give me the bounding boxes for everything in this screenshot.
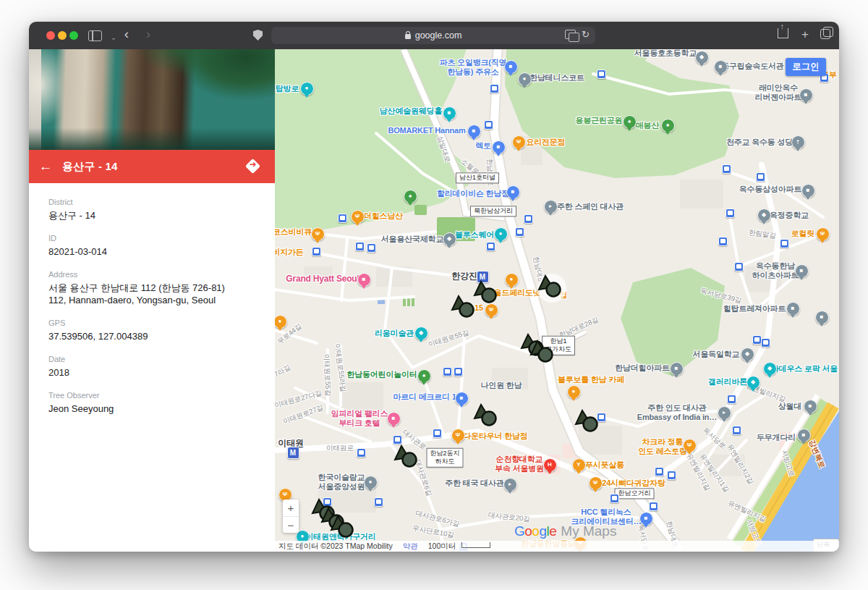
tree-marker-icon[interactable] <box>330 515 356 539</box>
bus-stop-icon[interactable] <box>524 214 533 224</box>
map-label[interactable]: 주한 스페인 대사관 <box>557 202 624 211</box>
poi-pin-apt-icon[interactable]: ■ <box>799 88 813 102</box>
bus-stop-icon[interactable] <box>490 84 499 93</box>
tree-marker-icon[interactable] <box>574 409 600 434</box>
map-label[interactable]: 응봉근린공원 <box>576 116 623 125</box>
poi-pin-dot-icon[interactable]: ● <box>518 72 532 86</box>
bus-stop-icon[interactable] <box>732 426 741 435</box>
poi-pin-tree-icon[interactable]: ♠ <box>417 369 431 383</box>
map-label[interactable]: 렉토 <box>475 141 491 151</box>
poi-pin-apt-icon[interactable]: ■ <box>804 400 817 413</box>
poi-pin-cafe-icon[interactable]: ● <box>505 273 519 287</box>
poi-pin-apt-icon[interactable]: ■ <box>815 311 829 324</box>
poi-pin-shop-icon[interactable]: ■ <box>797 429 811 442</box>
bus-stop-icon[interactable] <box>312 247 321 256</box>
map-label[interactable]: 천주교 옥수동 성당 <box>726 138 793 147</box>
bus-stop-icon[interactable] <box>338 214 347 223</box>
forward-icon[interactable]: › <box>140 26 156 42</box>
map-label[interactable]: 임피리얼 팰리스 부티크 호텔 <box>331 409 388 428</box>
poi-pin-hosp-icon[interactable]: H <box>543 458 557 472</box>
map-label[interactable]: Grand Hyatt Seoul <box>286 274 359 284</box>
map-label[interactable]: 파츠 오일뱅크(직영 한남동) 주유소 <box>440 58 507 77</box>
bus-stop-icon[interactable] <box>734 262 744 271</box>
bus-stop-icon[interactable] <box>374 497 383 507</box>
map-label[interactable]: 매봉산 <box>636 121 659 130</box>
share-icon[interactable] <box>778 28 788 38</box>
poi-pin-tree-icon[interactable]: ♠ <box>404 190 417 203</box>
poi-pin-dot-icon[interactable]: ● <box>494 227 508 241</box>
poi-pin-cafe-icon[interactable]: ● <box>567 385 581 399</box>
map-label[interactable]: 한강진 <box>451 271 477 281</box>
poi-pin-apt-icon[interactable]: ■ <box>795 264 809 278</box>
poi-pin-food-icon[interactable]: Ψ <box>683 439 697 452</box>
back-arrow-icon[interactable]: ← <box>29 159 62 174</box>
bus-stop-icon[interactable] <box>756 172 765 182</box>
poi-pin-emb-icon[interactable]: ▸ <box>718 406 731 420</box>
bus-stop-icon[interactable] <box>726 208 735 218</box>
bus-stop-icon[interactable] <box>443 367 452 376</box>
map-label[interactable]: 남산예술원웨딩홀 <box>380 106 442 116</box>
tree-marker-icon[interactable] <box>393 444 420 469</box>
shield-icon[interactable] <box>253 30 263 41</box>
poi-pin-museum-icon[interactable]: ◆ <box>763 362 777 376</box>
map-label[interactable]: 래미안옥수 리버젠아파트 <box>755 83 802 102</box>
bus-stop-icon[interactable] <box>752 335 762 345</box>
poi-pin-museum-icon[interactable]: ◆ <box>414 326 428 340</box>
poi-pin-school-icon[interactable]: ◆ <box>757 208 771 222</box>
bus-stop-icon[interactable] <box>515 227 524 237</box>
new-tab-icon[interactable]: + <box>797 27 813 43</box>
poi-pin-shop-icon[interactable]: ■ <box>455 392 469 405</box>
map-label[interactable]: 타데우스 로팍 서울 <box>771 364 838 374</box>
bus-stop-icon[interactable] <box>722 164 731 174</box>
terms-link[interactable]: 약관 <box>403 541 418 552</box>
map-label[interactable]: 서울용산국제학교 <box>381 235 443 244</box>
close-button[interactable] <box>46 31 55 40</box>
map-label[interactable]: 상월대 <box>778 402 801 411</box>
map-label[interactable]: 서울독일학교 <box>693 350 740 359</box>
poi-pin-hotel-icon[interactable]: ■ <box>387 412 401 426</box>
poi-pin-shop-icon[interactable]: ■ <box>492 140 506 154</box>
sidebar-icon[interactable] <box>88 30 102 41</box>
bus-stop-icon[interactable] <box>727 395 736 404</box>
map-label[interactable]: 차크라 정통 인도 레스토랑 <box>638 437 687 456</box>
bus-stop-icon[interactable] <box>610 494 619 503</box>
fullscreen-button[interactable] <box>69 31 78 40</box>
poi-pin-apt-icon[interactable]: ■ <box>801 184 815 198</box>
reload-icon[interactable]: ↻ <box>582 30 590 38</box>
poi-pin-food-icon[interactable]: Ψ <box>512 135 526 149</box>
bus-stop-icon[interactable] <box>393 435 402 444</box>
poi-pin-tree-icon[interactable]: ♠ <box>661 119 675 132</box>
map-label[interactable]: 블루스퀘어 <box>455 230 494 240</box>
bus-stop-icon[interactable] <box>718 237 728 246</box>
map-label[interactable]: 마르디 메크르디 1 <box>393 392 456 402</box>
bus-stop-icon[interactable] <box>367 243 376 253</box>
map-label[interactable]: 다운타우너 한남점 <box>463 431 527 441</box>
zoom-in-button[interactable]: + <box>283 500 299 517</box>
map-label[interactable]: 나인원 한남 <box>481 381 522 390</box>
map-label[interactable]: 한남테니스코트 <box>529 73 584 83</box>
zoom-out-button[interactable]: − <box>283 517 299 534</box>
map-label[interactable]: 코스비비큐 <box>275 227 312 237</box>
map-label[interactable]: 한남더힐아파트 <box>615 363 670 373</box>
map-label[interactable]: 서울동호초등학교 <box>634 49 697 57</box>
bus-stop-icon[interactable] <box>597 69 606 79</box>
map-label[interactable]: 푸시풋살롱 <box>585 460 624 470</box>
tree-marker-icon[interactable] <box>529 340 556 364</box>
bus-stop-icon[interactable] <box>761 338 770 347</box>
subway-station-icon[interactable]: M <box>287 447 299 459</box>
map-label[interactable]: 더힐스남산 <box>364 211 403 221</box>
poi-pin-food-icon[interactable]: Ψ <box>351 210 365 224</box>
poi-pin-hotel-icon[interactable]: ■ <box>443 106 456 120</box>
map-canvas[interactable]: 탐방로파츠 오일뱅크(직영 한남동) 주유소한남테니스코트남산예술원웨딩홀BOM… <box>275 49 839 552</box>
bus-stop-icon[interactable] <box>454 367 463 376</box>
map-label[interactable]: 옥수동한남 하이츠아파트 <box>752 261 799 280</box>
poi-pin-gas-icon[interactable]: ■ <box>504 60 518 74</box>
map-label[interactable]: 비지가든 <box>275 248 304 257</box>
poi-pin-bar-icon[interactable]: Y <box>572 458 586 472</box>
map-label[interactable]: 힐탑트레져아파트 <box>723 304 786 313</box>
poi-pin-shop-icon[interactable]: ■ <box>506 185 520 199</box>
poi-pin-church-icon[interactable]: † <box>791 135 805 149</box>
poi-pin-emb-icon[interactable]: ▸ <box>503 478 517 492</box>
poi-pin-school-icon[interactable]: ◆ <box>741 347 754 361</box>
translate-icon[interactable] <box>565 30 576 39</box>
